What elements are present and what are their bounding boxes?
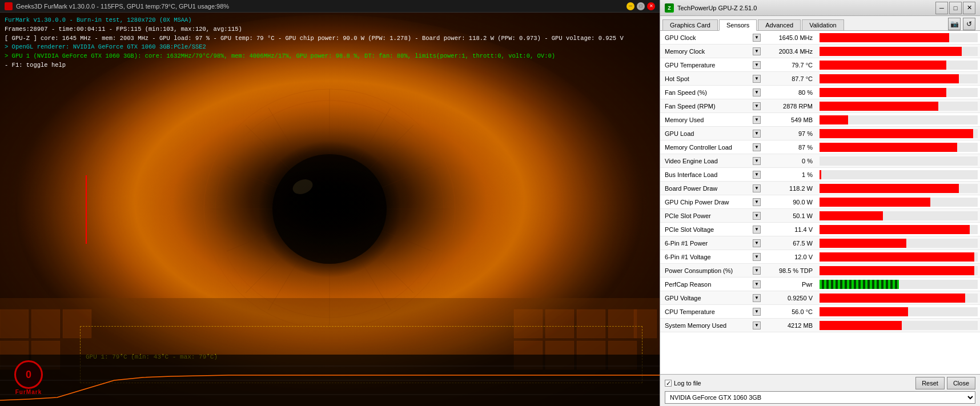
sensor-bar-21 (820, 321, 902, 330)
close-button[interactable]: Close (947, 377, 975, 389)
furmark-title-area: Geeks3D FurMark v1.30.0.0 - 115FPS, GPU1… (5, 2, 229, 10)
sensor-dropdown-15[interactable]: ▼ (753, 239, 761, 247)
sensor-value-16: 12.0 V (763, 254, 817, 260)
sensor-name-18: PerfCap Reason▼ (660, 280, 763, 288)
furmark-render-area: FurMark v1.30.0.0 - Burn-in test, 1280x7… (0, 13, 660, 406)
sensor-name-15: 6-Pin #1 Power▼ (660, 239, 763, 247)
furmark-minimize-button[interactable]: ─ (626, 2, 634, 10)
sensor-row-0: GPU Clock▼1645.0 MHz (660, 31, 980, 45)
sensor-dropdown-2[interactable]: ▼ (753, 61, 761, 69)
gpuz-maximize-button[interactable]: □ (949, 2, 962, 14)
sensor-bar-container-9 (820, 156, 978, 166)
sensor-bar-4 (820, 88, 946, 97)
sensor-dropdown-13[interactable]: ▼ (753, 212, 761, 220)
tab-advanced[interactable]: Advanced (758, 19, 801, 30)
sensor-value-2: 79.7 °C (763, 62, 817, 69)
sensor-bar-container-2 (820, 61, 978, 70)
sensor-dropdown-1[interactable]: ▼ (753, 47, 761, 55)
reset-button[interactable]: Reset (915, 377, 945, 389)
sensor-name-4: Fan Speed (%)▼ (660, 89, 763, 97)
gpuz-screenshot-button[interactable]: 📷 (948, 18, 961, 30)
sensor-row-21: System Memory Used▼4212 MB (660, 319, 980, 332)
sensor-bar-2 (820, 61, 946, 70)
gpuz-titlebar: Z TechPowerUp GPU-Z 2.51.0 ─ □ ✕ (660, 0, 980, 16)
sensor-row-1: Memory Clock▼2003.4 MHz (660, 45, 980, 58)
hud-line-6: - F1: toggle help (5, 61, 624, 70)
sensor-name-8: Memory Controller Load▼ (660, 143, 763, 151)
furmark-window-controls[interactable]: ─ □ ✕ (626, 2, 655, 10)
sensor-dropdown-3[interactable]: ▼ (753, 75, 761, 83)
sensors-list: GPU Clock▼1645.0 MHzMemory Clock▼2003.4 … (660, 31, 980, 374)
sensor-name-14: PCIe Slot Voltage▼ (660, 226, 763, 234)
sensor-dropdown-11[interactable]: ▼ (753, 184, 761, 192)
sensor-dropdown-0[interactable]: ▼ (753, 34, 761, 42)
sensor-dropdown-16[interactable]: ▼ (753, 253, 761, 261)
sensor-row-10: Bus Interface Load▼1 % (660, 168, 980, 182)
sensor-name-11: Board Power Draw▼ (660, 184, 763, 192)
sensor-dropdown-8[interactable]: ▼ (753, 143, 761, 151)
sensor-value-8: 87 % (763, 144, 817, 151)
gpuz-tabs-container: Graphics Card Sensors Advanced Validatio… (662, 19, 948, 30)
gpuz-app-icon: Z (665, 3, 674, 13)
sensor-value-20: 56.0 °C (763, 308, 817, 315)
sensor-name-2: GPU Temperature▼ (660, 61, 763, 69)
sensor-bar-3 (820, 74, 959, 83)
sensor-name-5: Fan Speed (RPM)▼ (660, 102, 763, 110)
sensor-bar-8 (820, 143, 957, 152)
sensor-row-11: Board Power Draw▼118.2 W (660, 182, 980, 195)
sensor-bar-container-21 (820, 321, 978, 330)
sensor-name-21: System Memory Used▼ (660, 321, 763, 329)
sensor-bar-container-20 (820, 307, 978, 316)
furmark-close-button[interactable]: ✕ (647, 2, 655, 10)
sensor-bar-18 (820, 280, 899, 289)
sensor-row-20: CPU Temperature▼56.0 °C (660, 305, 980, 319)
sensor-dropdown-18[interactable]: ▼ (753, 280, 761, 288)
sensor-name-12: GPU Chip Power Draw▼ (660, 198, 763, 206)
tab-graphics-card[interactable]: Graphics Card (662, 19, 718, 30)
sensor-bar-container-13 (820, 211, 978, 220)
sensor-dropdown-20[interactable]: ▼ (753, 308, 761, 316)
sensor-value-7: 97 % (763, 130, 817, 137)
sensor-dropdown-4[interactable]: ▼ (753, 89, 761, 97)
tab-sensors[interactable]: Sensors (719, 19, 757, 31)
sensor-bar-container-17 (820, 266, 978, 275)
sensor-dropdown-5[interactable]: ▼ (753, 102, 761, 110)
sensor-dropdown-21[interactable]: ▼ (753, 321, 761, 329)
tab-validation[interactable]: Validation (802, 19, 844, 30)
log-checkbox[interactable]: ✓ (665, 380, 672, 387)
sensor-bar-container-7 (820, 129, 978, 138)
gpuz-gpu-select-row: NVIDIA GeForce GTX 1060 3GB (665, 391, 975, 404)
sensor-dropdown-19[interactable]: ▼ (753, 294, 761, 302)
gpuz-action-buttons: Reset Close (913, 377, 975, 389)
sensor-bar-container-4 (820, 88, 978, 97)
sensor-dropdown-14[interactable]: ▼ (753, 226, 761, 234)
sensor-bar-11 (820, 184, 959, 193)
sensor-name-17: Power Consumption (%)▼ (660, 267, 763, 275)
sensor-dropdown-7[interactable]: ▼ (753, 130, 761, 138)
sensor-dropdown-6[interactable]: ▼ (753, 116, 761, 124)
furmark-maximize-button[interactable]: □ (637, 2, 645, 10)
sensor-bar-20 (820, 307, 908, 316)
sensor-name-7: GPU Load▼ (660, 130, 763, 138)
log-label: Log to file (674, 380, 701, 387)
sensor-value-5: 2878 RPM (763, 103, 817, 110)
sensor-dropdown-12[interactable]: ▼ (753, 198, 761, 206)
sensor-name-0: GPU Clock▼ (660, 34, 763, 42)
sensor-value-11: 118.2 W (763, 185, 817, 192)
gpu-select-dropdown[interactable]: NVIDIA GeForce GTX 1060 3GB (665, 391, 975, 404)
sensor-dropdown-9[interactable]: ▼ (753, 157, 761, 165)
sensor-dropdown-10[interactable]: ▼ (753, 171, 761, 179)
sensor-bar-14 (820, 225, 970, 234)
temp-marker-line (86, 175, 87, 244)
furmark-title: Geeks3D FurMark v1.30.0.0 - 115FPS, GPU1… (16, 3, 229, 10)
gpuz-close-button[interactable]: ✕ (963, 2, 975, 14)
sensor-value-3: 87.7 °C (763, 75, 817, 82)
furmark-logo-circle: 0 (14, 360, 43, 389)
sensor-row-2: GPU Temperature▼79.7 °C (660, 58, 980, 72)
gpuz-refresh-button[interactable]: ↺ (963, 18, 975, 30)
sensor-dropdown-17[interactable]: ▼ (753, 267, 761, 275)
gpuz-minimize-button[interactable]: ─ (935, 2, 948, 14)
sensor-value-10: 1 % (763, 171, 817, 178)
gpuz-title-area: Z TechPowerUp GPU-Z 2.51.0 (665, 3, 757, 13)
gpuz-window-controls[interactable]: ─ □ ✕ (935, 2, 975, 14)
